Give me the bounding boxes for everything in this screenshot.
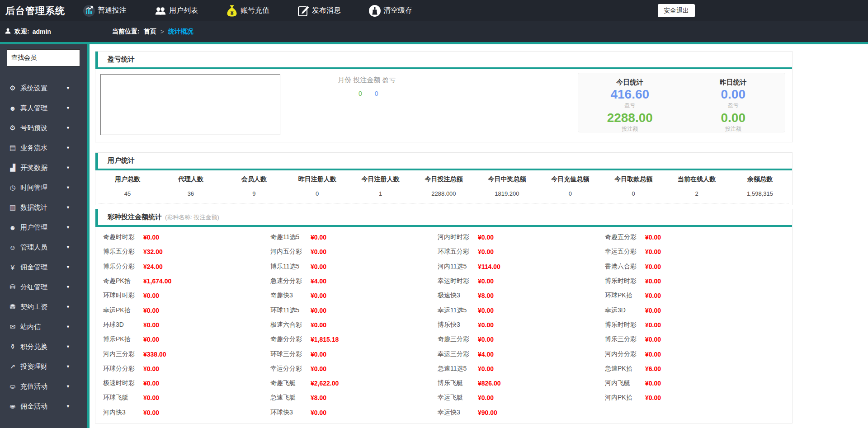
breadcrumb-current-link[interactable]: 统计概况 bbox=[168, 28, 193, 36]
lottery-row: 环球3D¥0.00 bbox=[103, 318, 270, 332]
sidebar-item[interactable]: ¥佣金管理▼ bbox=[0, 257, 87, 277]
lottery-grid: 奇趣时时彩¥0.00博乐五分彩¥32.00博乐分分彩¥24.00奇趣PK拾¥1,… bbox=[95, 227, 792, 420]
lottery-amount: ¥24.00 bbox=[143, 263, 163, 270]
chevron-down-icon: ▼ bbox=[66, 126, 70, 130]
lottery-row: 河内三分彩¥338.00 bbox=[103, 347, 270, 361]
chevron-down-icon: ▼ bbox=[66, 185, 70, 190]
table-value-cell: 1 bbox=[349, 186, 412, 201]
lottery-name: 河内时时彩 bbox=[438, 233, 478, 241]
chart-legend-values: 0 0 bbox=[359, 90, 378, 97]
sidebar-item[interactable]: ⚱积分兑换▼ bbox=[0, 337, 87, 357]
lottery-row: 奇趣11选5¥0.00 bbox=[270, 230, 438, 245]
lottery-bets-card: 彩种投注金额统计 (彩种名称: 投注金额) 奇趣时时彩¥0.00博乐五分彩¥32… bbox=[95, 209, 793, 423]
lottery-row: 奇趣三分彩¥0.00 bbox=[438, 332, 605, 347]
table-value-cell: 1,598,315 bbox=[728, 186, 792, 201]
lottery-amount: ¥4.00 bbox=[311, 277, 326, 285]
today-bet-value: 2288.00 bbox=[578, 111, 682, 125]
lottery-name: 博乐分分彩 bbox=[103, 263, 143, 271]
section-title: 用户统计 bbox=[108, 156, 135, 165]
nav-label: 账号充值 bbox=[241, 6, 269, 15]
lottery-amount: ¥1,674.00 bbox=[143, 277, 171, 285]
legend-value-green: 0 bbox=[359, 90, 362, 97]
lottery-row: 博乐三分彩¥0.00 bbox=[605, 332, 772, 347]
yen-circle-icon: ¥ bbox=[9, 263, 17, 271]
lottery-amount: ¥0.00 bbox=[311, 365, 326, 372]
sidebar-item[interactable]: ⛂佣金活动▼ bbox=[0, 396, 87, 416]
lottery-name: 奇趣时时彩 bbox=[103, 233, 143, 241]
search-member-input[interactable] bbox=[7, 49, 80, 66]
admin-person-icon: ☺ bbox=[9, 244, 17, 251]
lottery-row: 环球11选5¥0.00 bbox=[270, 303, 438, 317]
lottery-row: 河内分分彩¥0.00 bbox=[605, 347, 772, 361]
nav-item-recharge[interactable]: ¥ 账号充值 bbox=[226, 5, 269, 17]
lottery-name: 急速飞艇 bbox=[270, 394, 311, 402]
profit-label: 盈亏 bbox=[682, 101, 785, 109]
sidebar-item[interactable]: ▥数据统计▼ bbox=[0, 198, 87, 217]
lottery-amount: ¥4.00 bbox=[478, 351, 494, 358]
today-profit-value: 416.60 bbox=[578, 87, 682, 101]
sidebar-item[interactable]: ⚙号码预设▼ bbox=[0, 118, 87, 138]
logout-button[interactable]: 安全退出 bbox=[658, 4, 695, 17]
sidebar-item[interactable]: ☻真人管理▼ bbox=[0, 98, 87, 118]
chevron-down-icon: ▼ bbox=[66, 265, 70, 269]
nav-label: 发布消息 bbox=[312, 6, 341, 15]
nav-item-user-list[interactable]: 用户列表 bbox=[154, 5, 198, 17]
lottery-column: 奇趣时时彩¥0.00博乐五分彩¥32.00博乐分分彩¥24.00奇趣PK拾¥1,… bbox=[103, 230, 270, 420]
sidebar-menu: ⚙系统设置▼☻真人管理▼⚙号码预设▼▤业务流水▼▟开奖数据▼◷时间管理▼▥数据统… bbox=[0, 78, 87, 416]
nav-item-publish-message[interactable]: 发布消息 bbox=[297, 5, 341, 17]
bet-label: 投注额 bbox=[682, 125, 785, 133]
table-value-cell: 0 bbox=[602, 186, 665, 201]
table-value-cell: 9 bbox=[222, 186, 286, 201]
sidebar-item[interactable]: ▟开奖数据▼ bbox=[0, 158, 87, 178]
lottery-name: 极速快3 bbox=[438, 292, 478, 300]
lottery-amount: ¥6.00 bbox=[645, 365, 661, 372]
lottery-row: 奇趣飞艇¥2,622.00 bbox=[270, 376, 438, 390]
lottery-row: 幸运分分彩¥0.00 bbox=[270, 362, 438, 376]
lottery-name: 博乐时时彩 bbox=[605, 321, 645, 329]
lottery-row: 博乐快3¥0.00 bbox=[438, 318, 605, 332]
lottery-name: 河内五分彩 bbox=[270, 248, 311, 256]
bar-chart-icon: ▟ bbox=[9, 164, 17, 172]
sidebar-item[interactable]: ⛃契约工资▼ bbox=[0, 297, 87, 317]
nav-item-normal-bet[interactable]: 普通投注 bbox=[83, 5, 127, 17]
nav-item-clear-cache[interactable]: 清空缓存 bbox=[368, 5, 412, 17]
sidebar-item[interactable]: ⚙系统设置▼ bbox=[0, 78, 87, 98]
lottery-row: 环球PK拾¥0.00 bbox=[605, 288, 772, 303]
clean-brush-icon bbox=[368, 5, 381, 17]
lottery-row: 急速11选5¥0.00 bbox=[438, 362, 605, 376]
lottery-amount: ¥0.00 bbox=[143, 365, 159, 372]
lottery-amount: ¥0.00 bbox=[143, 234, 159, 241]
lottery-amount: ¥8.00 bbox=[311, 394, 326, 401]
breadcrumb: 当前位置: 首页 > 统计概况 bbox=[112, 21, 193, 42]
user-bar: 欢迎: admin 当前位置: 首页 > 统计概况 bbox=[0, 21, 868, 42]
lottery-name: 环球11选5 bbox=[270, 306, 311, 315]
sidebar-item[interactable]: ◷时间管理▼ bbox=[0, 178, 87, 198]
gear-outline-icon: ⚙ bbox=[9, 124, 17, 132]
sidebar-item[interactable]: ▤业务流水▼ bbox=[0, 138, 87, 158]
table-value-cell: 2 bbox=[665, 186, 728, 201]
lottery-name: 幸运三分彩 bbox=[438, 350, 478, 358]
mail-icon: ✉ bbox=[9, 323, 17, 331]
sidebar-item[interactable]: ↗投资理财▼ bbox=[0, 357, 87, 376]
lottery-name: 河内PK拾 bbox=[605, 394, 645, 402]
sidebar-item[interactable]: ⛀充值活动▼ bbox=[0, 376, 87, 396]
lottery-row: 幸运时时彩¥0.00 bbox=[438, 274, 605, 288]
sidebar-item[interactable]: ⛁分红管理▼ bbox=[0, 277, 87, 297]
lottery-amount: ¥32.00 bbox=[143, 248, 163, 255]
lottery-row: 博乐五分彩¥32.00 bbox=[103, 245, 270, 259]
sidebar-item[interactable]: ☺管理人员▼ bbox=[0, 237, 87, 257]
lottery-name: 奇趣PK拾 bbox=[103, 277, 143, 285]
lottery-amount: ¥0.00 bbox=[478, 248, 494, 255]
sidebar-item-label: 投资理财 bbox=[20, 362, 47, 371]
sidebar-item[interactable]: ✉站内信▼ bbox=[0, 317, 87, 337]
money-bag-icon: ¥ bbox=[226, 5, 238, 17]
breadcrumb-home-link[interactable]: 首页 bbox=[144, 28, 156, 36]
chevron-down-icon: ▼ bbox=[66, 364, 70, 369]
chevron-down-icon: ▼ bbox=[66, 325, 70, 329]
lottery-row: 急速分分彩¥4.00 bbox=[270, 274, 438, 288]
sidebar-item[interactable]: ☻用户管理▼ bbox=[0, 217, 87, 237]
lottery-amount: ¥8.00 bbox=[478, 292, 494, 299]
table-header-cell: 当前在线人数 bbox=[665, 170, 728, 186]
chevron-down-icon: ▼ bbox=[66, 285, 70, 289]
lottery-amount: ¥0.00 bbox=[478, 365, 494, 372]
